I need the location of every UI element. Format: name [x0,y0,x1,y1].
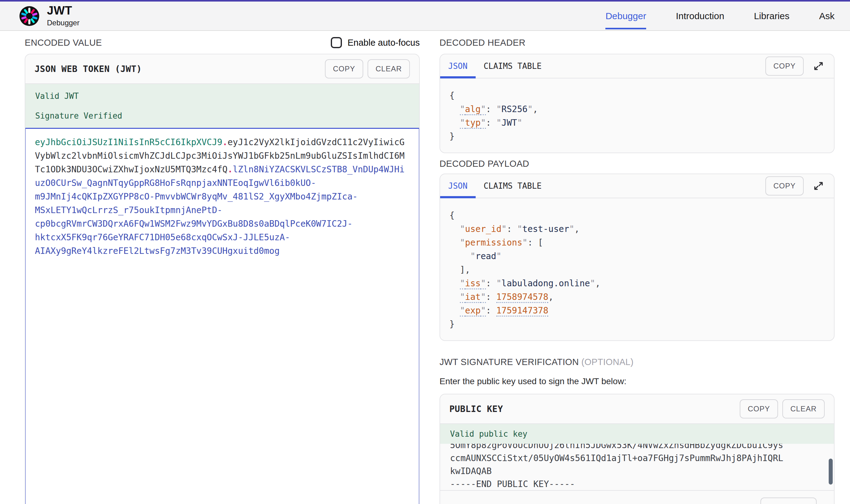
decoded-payload-card: JSON CLAIMS TABLE COPY { "user_id": "tes… [439,174,835,341]
jwt-logo-icon[interactable] [19,6,39,26]
tab-json-header[interactable]: JSON [440,54,476,78]
brand-title: JWT [47,5,79,16]
token-clear-button[interactable]: CLEAR [367,59,410,78]
main-content: ENCODED VALUE Enable auto-focus JSON WEB… [0,31,850,504]
decoded-column: DECODED HEADER JSON CLAIMS TABLE COPY { … [439,36,835,504]
jwt-token-card: JSON WEB TOKEN (JWT) COPY CLEAR Valid JW… [25,54,420,504]
nav-introduction[interactable]: Introduction [676,11,724,21]
decoded-header-heading: DECODED HEADER [439,38,525,48]
encoded-column: ENCODED VALUE Enable auto-focus JSON WEB… [25,36,420,504]
tab-claims-table-payload[interactable]: CLAIMS TABLE [476,174,550,198]
public-key-header: PUBLIC KEY COPY CLEAR [440,394,834,424]
tab-json-payload[interactable]: JSON [440,174,476,198]
pubkey-status: Valid public key [440,424,834,444]
brand-subtitle: Debugger [47,19,79,27]
tab-claims-table-header[interactable]: CLAIMS TABLE [476,54,550,78]
token-copy-button[interactable]: COPY [325,59,363,78]
decoded-payload-heading: DECODED PAYLOAD [439,159,529,169]
public-key-card: PUBLIC KEY COPY CLEAR Valid public key 5… [439,394,835,504]
public-key-text: 5OmY8p8zgPoVoUcDhUOj26thIh5JDGwx53K/4NVw… [440,444,834,491]
payload-copy-button[interactable]: COPY [765,176,804,196]
brand: JWT Debugger [47,5,79,27]
status-valid-jwt: Valid JWT [35,91,409,101]
expand-icon[interactable] [812,180,825,192]
status-signature-verified: Signature Verified [35,111,409,121]
optional-label: (OPTIONAL) [581,357,633,367]
token-card-header: JSON WEB TOKEN (JWT) COPY CLEAR [25,54,419,84]
status-valid-public-key: Valid public key [450,429,824,438]
signature-description: Enter the public key used to sign the JW… [439,376,835,386]
main-nav: Debugger Introduction Libraries Ask [605,11,835,21]
nav-ask[interactable]: Ask [819,11,835,21]
header-copy-button[interactable]: COPY [765,56,804,76]
encoded-value-heading: ENCODED VALUE [25,38,102,48]
autofocus-control[interactable]: Enable auto-focus [331,37,420,48]
pubkey-clear-button[interactable]: CLEAR [782,399,825,418]
decoded-header-json: { "alg": "RS256", "typ": "JWT"} [440,78,834,152]
nav-libraries[interactable]: Libraries [754,11,790,21]
decoded-header-tabs: JSON CLAIMS TABLE COPY [440,54,834,78]
signature-heading: JWT SIGNATURE VERIFICATION (OPTIONAL) [439,357,835,367]
public-key-title: PUBLIC KEY [449,404,503,414]
autofocus-label: Enable auto-focus [347,38,420,48]
decoded-header-card: JSON CLAIMS TABLE COPY { "alg": "RS256",… [439,54,835,153]
decoded-payload-tabs: JSON CLAIMS TABLE COPY [440,174,834,198]
nav-debugger[interactable]: Debugger [605,11,646,21]
token-card-title: JSON WEB TOKEN (JWT) [35,64,142,74]
autofocus-checkbox[interactable] [331,37,342,48]
decoded-payload-json: { "user_id": "test-user", "permissions":… [440,198,834,340]
app-header: JWT Debugger Debugger Introduction Libra… [0,2,850,31]
expand-icon[interactable] [812,60,825,72]
cutoff-button[interactable] [760,498,817,504]
public-key-input[interactable]: 5OmY8p8zgPoVoUcDhUOj26thIh5JDGwx53K/4NVw… [440,444,834,491]
jwt-token-input[interactable]: eyJhbGciOiJSUzI1NiIsInR5cCI6IkpXVCJ9.eyJ… [25,128,420,504]
pubkey-copy-button[interactable]: COPY [740,399,778,418]
token-status: Valid JWT Signature Verified [25,84,419,128]
scrollbar-thumb[interactable] [829,458,833,485]
